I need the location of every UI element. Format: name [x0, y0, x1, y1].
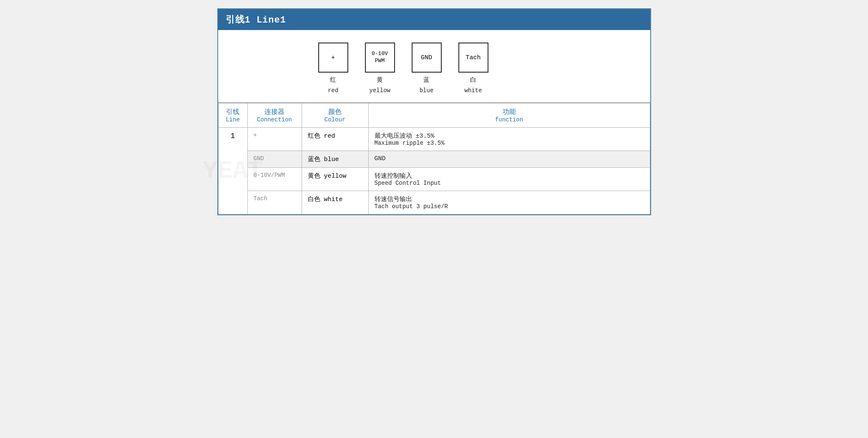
- table-row: Tach 白色 white 转速信号输出 Tach output 3 pulse…: [218, 191, 650, 214]
- table-header-row: 引线 Line 连接器 Connection 颜色 Colour 功能 func…: [218, 103, 650, 128]
- section-header: 引线1 Line1: [218, 9, 650, 30]
- function-tach-cell: 转速信号输出 Tach output 3 pulse/R: [368, 191, 650, 214]
- col-header-line: 引线 Line: [218, 103, 247, 128]
- col-header-colour: 颜色 Colour: [302, 103, 368, 128]
- connection-tach-cell: Tach: [247, 191, 302, 214]
- connector-plus-label-zh: 红: [330, 76, 336, 84]
- table-row: 0-10V/PWM 黄色 yellow 转速控制输入 Speed Control…: [218, 168, 650, 191]
- colour-red-cell: 红色 red: [302, 128, 368, 151]
- colour-white-cell: 白色 white: [302, 191, 368, 214]
- main-container: 引线1 Line1 + 红 red 0-10VPWM 黄 yellow GND …: [217, 8, 651, 215]
- colour-blue-cell: 蓝色 blue: [302, 151, 368, 168]
- function-pwm-cell: 转速控制输入 Speed Control Input: [368, 168, 650, 191]
- connector-pwm-label-zh: 黄: [377, 76, 383, 84]
- function-gnd-cell: GND: [368, 151, 650, 168]
- connector-gnd-symbol: GND: [412, 43, 442, 73]
- diagram-section: + 红 red 0-10VPWM 黄 yellow GND 蓝 blue Tac…: [218, 30, 650, 103]
- connector-gnd: GND 蓝 blue: [412, 43, 442, 94]
- function-red-cell: 最大电压波动 ±3.5% Maximum ripple ±3.5%: [368, 128, 650, 151]
- connector-plus-symbol: +: [318, 43, 348, 73]
- header-title: 引线1 Line1: [226, 15, 286, 25]
- connector-plus-label-en: red: [328, 87, 338, 94]
- connector-tach: Tach 白 white: [458, 43, 488, 94]
- connector-gnd-label-en: blue: [420, 87, 434, 94]
- colour-yellow-cell: 黄色 yellow: [302, 168, 368, 191]
- connector-tach-symbol: Tach: [458, 43, 488, 73]
- connector-pwm-label-en: yellow: [369, 87, 390, 94]
- connector-tach-label-en: white: [464, 87, 482, 94]
- connection-pwm-cell: 0-10V/PWM: [247, 168, 302, 191]
- table-row: GND 蓝色 blue GND: [218, 151, 650, 168]
- line-number-cell: 1 YEAT: [218, 128, 247, 214]
- connector-plus: + 红 red: [318, 43, 348, 94]
- col-header-connection: 连接器 Connection: [247, 103, 302, 128]
- connector-gnd-label-zh: 蓝: [423, 76, 430, 84]
- connector-tach-label-zh: 白: [470, 76, 476, 84]
- connector-pwm-symbol: 0-10VPWM: [365, 43, 395, 73]
- connection-gnd-cell: GND: [247, 151, 302, 168]
- connector-diagram: + 红 red 0-10VPWM 黄 yellow GND 蓝 blue Tac…: [318, 43, 488, 94]
- table-row: 1 YEAT + 红色 red 最大电压波动 ±3.5% Maximum rip…: [218, 128, 650, 151]
- connection-plus-cell: +: [247, 128, 302, 151]
- col-header-function: 功能 function: [368, 103, 650, 128]
- data-table: 引线 Line 连接器 Connection 颜色 Colour 功能 func…: [218, 103, 650, 214]
- connector-pwm: 0-10VPWM 黄 yellow: [365, 43, 395, 94]
